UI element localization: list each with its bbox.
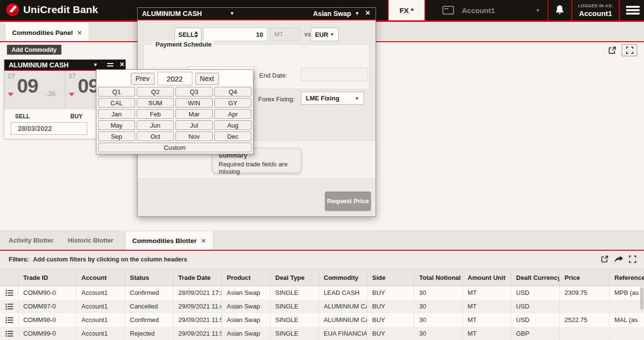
column-header[interactable]: Trade ID bbox=[18, 269, 77, 286]
column-header[interactable]: Commodity bbox=[319, 269, 367, 286]
widget-menu-icon[interactable] bbox=[107, 63, 113, 68]
cell-product: Asian Swap bbox=[222, 300, 270, 313]
tab-historic-blotter[interactable]: Historic Blotter bbox=[68, 237, 113, 244]
period-sep-button[interactable]: Sep bbox=[98, 131, 135, 141]
period-q2-button[interactable]: Q2 bbox=[137, 87, 174, 97]
popout-icon[interactable] bbox=[601, 255, 609, 263]
tab-activity-blotter[interactable]: Activity Blotter bbox=[9, 237, 53, 244]
add-commodity-button[interactable]: Add Commodity bbox=[7, 45, 62, 55]
column-header[interactable]: Amount Unit bbox=[463, 269, 511, 286]
chevron-down-icon[interactable]: ▼ bbox=[355, 11, 360, 16]
period-win-button[interactable]: WIN bbox=[175, 98, 213, 108]
period-apr-button[interactable]: Apr bbox=[214, 109, 251, 119]
tab-label: Commodities Blotter bbox=[132, 237, 197, 244]
forex-fixing-dropdown[interactable]: LME Fixing ▼ bbox=[301, 92, 364, 105]
period-oct-button[interactable]: Oct bbox=[137, 131, 174, 141]
chevron-down-icon: ▼ bbox=[330, 32, 334, 37]
blotter-grid: Trade ID Account Status Trade Date Produ… bbox=[0, 269, 644, 340]
logged-in-label: LOGGED IN AS: bbox=[572, 3, 619, 8]
end-date-label: End Date: bbox=[259, 72, 287, 79]
period-q4-button[interactable]: Q4 bbox=[214, 87, 251, 97]
popout-icon[interactable] bbox=[608, 46, 616, 54]
notifications-bell-icon[interactable] bbox=[554, 4, 565, 16]
vertical-scrollbar[interactable] bbox=[640, 287, 644, 309]
period-q1-button[interactable]: Q1 bbox=[98, 87, 135, 97]
picker-row: Sep Oct Nov Dec bbox=[98, 131, 251, 141]
row-menu-icon[interactable] bbox=[0, 313, 18, 327]
table-row[interactable]: COMM90-0 Account1 Confirmed 28/09/2021 1… bbox=[0, 286, 644, 300]
table-row[interactable]: COMM98-0 Account1 Confirmed 29/09/2021 1… bbox=[0, 313, 644, 327]
sell-price-tile[interactable]: 27 09 .36 bbox=[4, 71, 65, 110]
cell-price bbox=[560, 300, 610, 313]
payment-schedule-legend: Payment Schedule bbox=[153, 41, 215, 48]
picker-row: Custom bbox=[98, 143, 251, 152]
column-header[interactable]: Deal Type bbox=[270, 269, 319, 286]
column-header[interactable]: Product bbox=[222, 269, 270, 286]
period-custom-button[interactable]: Custom bbox=[98, 143, 251, 152]
fullscreen-button[interactable] bbox=[622, 44, 637, 56]
column-header[interactable]: Total Notional Qu bbox=[414, 269, 463, 286]
settlement-date-field[interactable]: 28/03/2022 bbox=[11, 122, 87, 135]
table-row[interactable]: COMM99-0 Account1 Rejected 29/09/2021 11… bbox=[0, 327, 644, 340]
cell-trade-date: 29/09/2021 11:59: bbox=[173, 327, 222, 340]
currency-dropdown[interactable]: EUR ▼ bbox=[311, 28, 339, 41]
period-feb-button[interactable]: Feb bbox=[137, 109, 174, 119]
period-q3-button[interactable]: Q3 bbox=[175, 87, 213, 97]
blotter-tabstrip: Activity Blotter Historic Blotter Commod… bbox=[0, 230, 644, 251]
logged-in-account: Account1 bbox=[572, 9, 619, 17]
column-header[interactable]: Dealt Currency bbox=[511, 269, 560, 286]
close-icon[interactable]: × bbox=[365, 8, 370, 18]
period-may-button[interactable]: May bbox=[98, 120, 135, 130]
period-cal-button[interactable]: CAL bbox=[98, 98, 135, 108]
period-mar-button[interactable]: Mar bbox=[175, 109, 213, 119]
cell-commodity: ALUMINIUM CASH bbox=[319, 313, 367, 327]
prev-year-button[interactable]: Prev bbox=[131, 73, 155, 85]
main-menu-icon[interactable] bbox=[626, 6, 640, 16]
row-menu-icon[interactable] bbox=[0, 300, 18, 313]
period-nov-button[interactable]: Nov bbox=[175, 131, 213, 141]
column-header[interactable]: Side bbox=[367, 269, 414, 286]
cell-price bbox=[560, 327, 610, 340]
column-header[interactable]: Status bbox=[125, 269, 173, 286]
year-input[interactable] bbox=[157, 72, 192, 85]
period-aug-button[interactable]: Aug bbox=[214, 120, 251, 130]
column-header[interactable]: Trade Date bbox=[173, 269, 222, 286]
period-jan-button[interactable]: Jan bbox=[98, 109, 135, 119]
fullscreen-icon[interactable] bbox=[629, 256, 636, 263]
account-selector[interactable]: Account1 ▼ bbox=[439, 0, 548, 20]
tab-commodities-panel[interactable]: Commodities Panel × bbox=[5, 23, 89, 42]
row-menu-icon[interactable] bbox=[0, 327, 18, 340]
close-icon[interactable]: × bbox=[201, 237, 206, 245]
close-icon[interactable]: × bbox=[120, 60, 124, 69]
column-header[interactable]: Account bbox=[77, 269, 125, 286]
request-price-button[interactable]: Request Price bbox=[325, 192, 371, 210]
end-date-input[interactable] bbox=[301, 68, 368, 81]
column-header[interactable]: Price bbox=[560, 269, 610, 286]
quantity-input[interactable] bbox=[203, 28, 267, 41]
table-row[interactable]: COMM97-0 Account1 Cancelled 29/09/2021 1… bbox=[0, 300, 644, 313]
summary-message: Required trade fields are missing bbox=[219, 161, 295, 175]
picker-row: Q1 Q2 Q3 Q4 bbox=[98, 87, 251, 97]
period-jul-button[interactable]: Jul bbox=[175, 120, 213, 130]
tab-label: Commodities Panel bbox=[12, 29, 73, 36]
chevron-down-icon[interactable]: ▼ bbox=[93, 62, 98, 67]
period-dec-button[interactable]: Dec bbox=[214, 131, 251, 141]
row-menu-column-header bbox=[0, 269, 18, 286]
tab-commodities-blotter[interactable]: Commodities Blotter × bbox=[125, 231, 213, 250]
ticket-product-selector[interactable]: Asian Swap bbox=[313, 10, 351, 17]
column-header[interactable]: Reference bbox=[610, 269, 644, 286]
side-toggle[interactable]: SELL bbox=[174, 28, 202, 41]
cell-status: Rejected bbox=[125, 327, 173, 340]
chevron-down-icon[interactable]: ▼ bbox=[230, 11, 235, 16]
price-big-digits: 09 bbox=[17, 75, 38, 97]
export-share-icon[interactable] bbox=[614, 256, 623, 263]
close-icon[interactable]: × bbox=[77, 29, 82, 37]
cell-trade-date: 29/09/2021 11:45: bbox=[173, 300, 222, 313]
period-sum-button[interactable]: SUM bbox=[137, 98, 174, 108]
next-year-button[interactable]: Next bbox=[195, 73, 219, 85]
period-gy-button[interactable]: GY bbox=[214, 98, 251, 108]
row-menu-icon[interactable] bbox=[0, 286, 18, 300]
tab-fx[interactable]: FX * bbox=[388, 0, 425, 20]
period-jun-button[interactable]: Jun bbox=[137, 120, 174, 130]
account-selector-value: Account1 bbox=[462, 6, 495, 15]
